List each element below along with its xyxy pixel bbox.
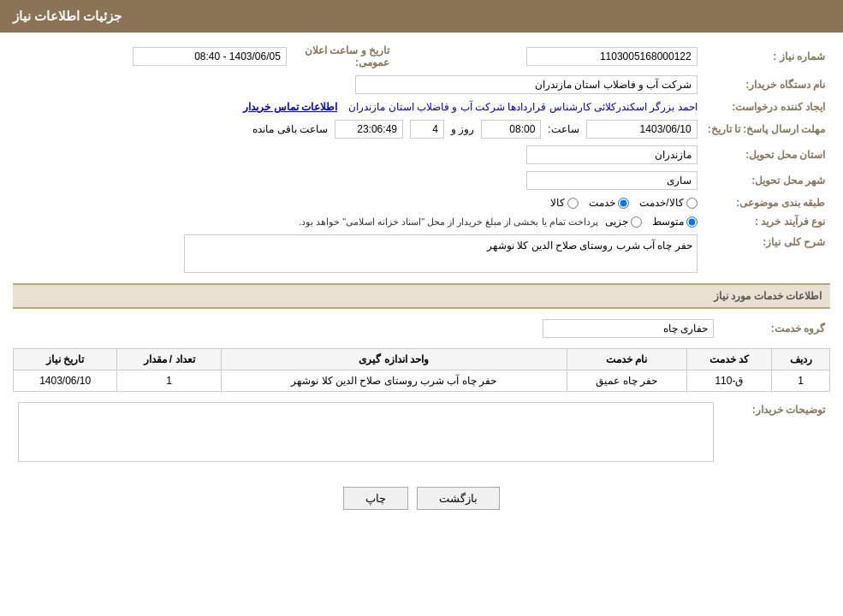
cell-tedad: 1 [117, 370, 221, 392]
ijad-konande-cell: احمد بزرگر اسکندرکلائی کارشناس قراردادها… [13, 98, 703, 116]
row-tabaqa: طبقه بندی موضوعی: کالا/خدمت خدمت [13, 193, 830, 212]
radio-khedmat-label: خدمت [589, 197, 615, 209]
tozihat-label: توضیحات خریدار: [719, 399, 830, 468]
cell-tarikh: 1403/06/10 [14, 370, 117, 392]
noefravand-row: متوسط جزیی پرداخت تمام یا بخشی از مبلغ خ… [18, 216, 698, 228]
page-wrapper: جزئیات اطلاعات نیاز شماره نیاز : 1103005… [0, 0, 843, 616]
tozihat-table: توضیحات خریدار: [13, 399, 830, 468]
grohe-cell: حفاری چاه [13, 316, 719, 341]
nam-dastgah-label: نام دستگاه خریدار: [703, 72, 830, 98]
mohlat-label: مهلت ارسال پاسخ: تا تاریخ: [703, 116, 830, 142]
cell-unit: حفر چاه آب شرب روستای صلاح الدین کلا نوش… [221, 370, 567, 392]
tozihat-textarea[interactable] [18, 402, 714, 462]
noefravand-note: پرداخت تمام یا بخشی از مبلغ خریدار از مح… [299, 216, 598, 228]
nam-dastgah-value: شرکت آب و فاضلاب استان مازندران [355, 75, 698, 94]
tarikh-elaan-label: تاریخ و ساعت اعلان عمومی: [292, 41, 395, 72]
row-noefravand: نوع فرآیند خرید : متوسط جزیی [13, 212, 830, 231]
tarikh-elaan-value: 1403/06/05 - 08:40 [133, 47, 287, 66]
khadamat-section-title: اطلاعات خدمات مورد نیاز [714, 290, 822, 302]
noefravand-radio-group: متوسط جزیی [605, 216, 698, 228]
sharh-niaz-value: حفر چاه آب شرب روستای صلاح الدین کلا نوش… [487, 240, 692, 252]
radio-motavasset-label: متوسط [652, 216, 684, 228]
shahr-value: ساری [526, 171, 698, 190]
col-radif: ردیف [772, 349, 830, 370]
ostan-value: مازندران [526, 145, 698, 164]
tarikh-elaan-cell: 1403/06/05 - 08:40 [13, 41, 292, 72]
ijad-konande-label: ایجاد کننده درخواست: [703, 98, 830, 116]
radio-kala-input[interactable] [567, 198, 579, 209]
tabaqa-radio-group: کالا/خدمت خدمت کالا [18, 197, 698, 209]
radio-kala-khedmat[interactable]: کالا/خدمت [639, 197, 697, 209]
mohlat-saat-value: 08:00 [481, 120, 541, 139]
services-table-body: 1 ق-110 حفر چاه عمیق حفر چاه آب شرب روست… [14, 370, 830, 392]
row-grohe: گروه خدمت: حفاری چاه [13, 316, 830, 341]
sharh-niaz-cell: حفر چاه آب شرب روستای صلاح الدین کلا نوش… [13, 231, 703, 276]
mohlat-roz-value: 4 [410, 120, 444, 139]
radio-jozi[interactable]: جزیی [605, 216, 642, 228]
page-title: جزئیات اطلاعات نیاز [13, 9, 122, 23]
mohlat-saat-label: ساعت: [548, 123, 579, 135]
khadamat-section-header: اطلاعات خدمات مورد نیاز [13, 283, 830, 309]
services-table-head: ردیف کد خدمت نام خدمت واحد اندازه گیری ت… [14, 349, 830, 370]
radio-jozi-label: جزیی [605, 216, 628, 228]
shahr-label: شهر محل تحویل: [703, 168, 830, 193]
sharh-niaz-label: شرح کلی نیاز: [703, 231, 830, 276]
main-info-table: شماره نیاز : 1103005168000122 تاریخ و سا… [13, 41, 830, 276]
row-shomara: شماره نیاز : 1103005168000122 تاریخ و سا… [13, 41, 830, 72]
mohlat-baqi-value: 23:06:49 [335, 120, 403, 139]
ostan-label: استان محل تحویل: [703, 142, 830, 168]
shomara-niaz-value: 1103005168000122 [526, 47, 698, 66]
radio-khedmat-input[interactable] [618, 198, 629, 209]
grohe-label: گروه خدمت: [719, 316, 830, 341]
col-unit: واحد اندازه گیری [221, 349, 567, 370]
grohe-table: گروه خدمت: حفاری چاه [13, 316, 830, 341]
services-header-row: ردیف کد خدمت نام خدمت واحد اندازه گیری ت… [14, 349, 830, 370]
row-ostan: استان محل تحویل: مازندران [13, 142, 830, 168]
mohlat-cell: 1403/06/10 ساعت: 08:00 روز و 4 23:06:49 … [13, 116, 703, 142]
row-sharh: شرح کلی نیاز: حفر چاه آب شرب روستای صلاح… [13, 231, 830, 276]
row-tozihat: توضیحات خریدار: [13, 399, 830, 468]
tabaqa-label: طبقه بندی موضوعی: [703, 193, 830, 212]
ettelaat-tamas-link[interactable]: اطلاعات تماس خریدار [243, 101, 337, 113]
shomara-niaz-cell: 1103005168000122 [395, 41, 703, 72]
table-row: 1 ق-110 حفر چاه عمیق حفر چاه آب شرب روست… [14, 370, 830, 392]
row-dastgah: نام دستگاه خریدار: شرکت آب و فاضلاب استا… [13, 72, 830, 98]
shomara-niaz-label: شماره نیاز : [703, 41, 830, 72]
nam-dastgah-cell: شرکت آب و فاضلاب استان مازندران [13, 72, 703, 98]
cell-radif: 1 [772, 370, 830, 392]
radio-khedmat[interactable]: خدمت [589, 197, 629, 209]
mohlat-baqi-label: ساعت باقی مانده [252, 123, 328, 135]
cell-name: حفر چاه عمیق [567, 370, 686, 392]
row-mohlat: مهلت ارسال پاسخ: تا تاریخ: 1403/06/10 سا… [13, 116, 830, 142]
radio-jozi-input[interactable] [631, 216, 642, 228]
radio-kala[interactable]: کالا [550, 197, 579, 209]
content-area: شماره نیاز : 1103005168000122 تاریخ و سا… [0, 33, 843, 531]
mohlat-row: 1403/06/10 ساعت: 08:00 روز و 4 23:06:49 … [18, 120, 698, 139]
radio-kala-khedmat-label: کالا/خدمت [639, 197, 683, 209]
tozihat-cell [13, 399, 719, 468]
ostan-cell: مازندران [13, 142, 703, 168]
radio-kala-khedmat-input[interactable] [686, 198, 698, 209]
mohlat-roz-label: روز و [451, 123, 474, 135]
ijad-konande-value: احمد بزرگر اسکندرکلائی کارشناس قراردادها… [348, 101, 697, 113]
sharh-niaz-box: حفر چاه آب شرب روستای صلاح الدین کلا نوش… [184, 234, 698, 273]
bazgasht-button[interactable]: بازگشت [417, 487, 500, 510]
row-ijad: ایجاد کننده درخواست: احمد بزرگر اسکندرکل… [13, 98, 830, 116]
cell-code: ق-110 [686, 370, 772, 392]
row-shahr: شهر محل تحویل: ساری [13, 168, 830, 193]
page-header: جزئیات اطلاعات نیاز [0, 0, 843, 33]
radio-motavasset-input[interactable] [686, 216, 698, 228]
radio-motavasset[interactable]: متوسط [652, 216, 698, 228]
mohlat-date-value: 1403/06/10 [586, 120, 698, 139]
radio-kala-label: کالا [550, 197, 565, 209]
noefravand-label: نوع فرآیند خرید : [703, 212, 830, 231]
noefravand-cell: متوسط جزیی پرداخت تمام یا بخشی از مبلغ خ… [13, 212, 703, 231]
shahr-cell: ساری [13, 168, 703, 193]
col-tedad: تعداد / مقدار [117, 349, 221, 370]
tabaqa-cell: کالا/خدمت خدمت کالا [13, 193, 703, 212]
col-tarikh: تاریخ نیاز [14, 349, 117, 370]
col-code: کد خدمت [686, 349, 772, 370]
chap-button[interactable]: چاپ [343, 487, 408, 510]
services-table: ردیف کد خدمت نام خدمت واحد اندازه گیری ت… [13, 348, 830, 392]
grohe-value: حفاری چاه [543, 319, 714, 338]
